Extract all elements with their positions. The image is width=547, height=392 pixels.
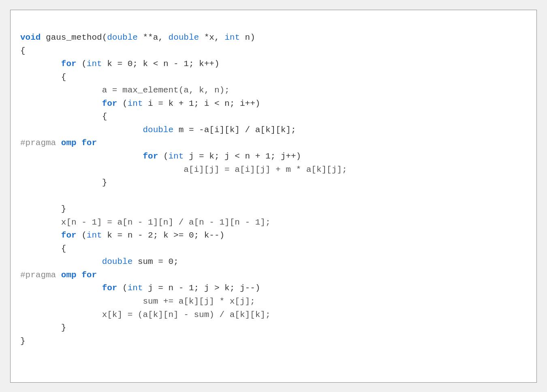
line-4: {: [20, 73, 66, 82]
line-9: #pragma omp for: [20, 138, 97, 148]
line-17: {: [20, 244, 66, 253]
line-21: sum += a[k][j] * x[j];: [20, 297, 255, 306]
line-8: double m = -a[i][k] / a[k][k];: [20, 125, 296, 135]
code-block: void gaus_method(double **a, double *x, …: [10, 10, 537, 383]
line-11: a[i][j] = a[i][j] + m * a[k][j];: [20, 165, 347, 174]
line-7: {: [20, 112, 107, 121]
line-15: x[n - 1] = a[n - 1][n] / a[n - 1][n - 1]…: [20, 218, 271, 227]
line-3: for (int k = 0; k < n - 1; k++): [20, 59, 220, 69]
line-24: }: [20, 336, 26, 346]
line-23: }: [20, 323, 66, 332]
line-1: void gaus_method(double **a, double *x, …: [20, 33, 255, 42]
line-14: }: [20, 204, 66, 214]
line-12: }: [20, 178, 107, 187]
line-6: for (int i = k + 1; i < n; i++): [20, 99, 260, 108]
line-18: double sum = 0;: [20, 257, 179, 266]
line-20: for (int j = n - 1; j > k; j--): [20, 283, 260, 293]
line-16: for (int k = n - 2; k >= 0; k--): [20, 231, 224, 240]
line-10: for (int j = k; j < n + 1; j++): [20, 152, 301, 161]
line-22: x[k] = (a[k][n] - sum) / a[k][k];: [20, 310, 271, 319]
line-2: {: [20, 46, 26, 56]
line-5: a = max_element(a, k, n);: [20, 86, 230, 95]
line-19: #pragma omp for: [20, 270, 97, 280]
